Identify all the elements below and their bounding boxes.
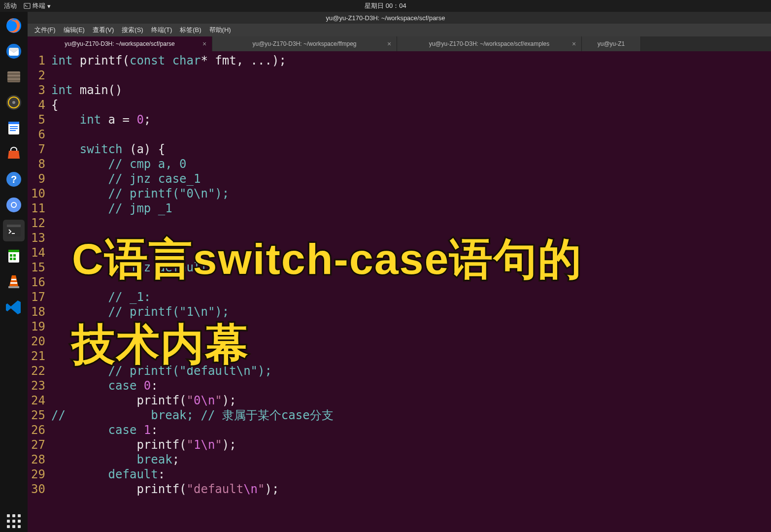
window-title: yu@yu-Z170-D3H: ~/workspace/scf/parse	[326, 14, 445, 22]
dock-software[interactable]	[3, 143, 25, 165]
code-line: 4{	[28, 98, 771, 112]
menu-search[interactable]: 搜索(S)	[118, 26, 147, 34]
dock-help[interactable]: ?	[3, 168, 25, 190]
line-number: 8	[28, 157, 51, 171]
svg-rect-5	[7, 76, 20, 78]
menu-edit[interactable]: 编辑(E)	[60, 26, 89, 34]
dock-chromium[interactable]	[3, 194, 25, 216]
code-line: 5 int a = 0;	[28, 112, 771, 127]
line-number: 2	[28, 68, 51, 83]
svg-rect-24	[10, 254, 12, 257]
firefox-icon	[5, 17, 23, 34]
menu-tabs[interactable]: 标签(B)	[176, 26, 205, 34]
terminal-tab[interactable]: yu@yu-Z170-D3H: ~/workspace/scf/examples…	[397, 36, 582, 51]
code-line: 29 default:	[28, 467, 771, 482]
code-content: int printf(const char* fmt, ...);	[51, 53, 286, 68]
terminal-tab[interactable]: yu@yu-Z170-D3H: ~/workspace/scf/parse×	[28, 36, 212, 51]
line-number: 29	[28, 467, 51, 482]
tab-bar: yu@yu-Z170-D3H: ~/workspace/scf/parse×yu…	[28, 36, 771, 51]
code-line: 23 case 0:	[28, 378, 771, 393]
svg-rect-6	[7, 80, 20, 82]
menu-terminal[interactable]: 终端(T)	[147, 26, 176, 34]
code-line: 10 // printf("0\n");	[28, 186, 771, 201]
dock-vscode[interactable]	[3, 297, 25, 318]
line-number: 18	[28, 304, 51, 319]
window-title-bar: yu@yu-Z170-D3H: ~/workspace/scf/parse	[0, 12, 771, 24]
line-number: 28	[28, 452, 51, 467]
code-content: printf("1\n");	[51, 437, 236, 452]
code-line: 30 printf("default\n");	[28, 482, 771, 497]
code-line: 2	[28, 68, 771, 83]
code-line: 13	[28, 231, 771, 245]
svg-text:?: ?	[11, 174, 17, 185]
tab-title: yu@yu-Z1	[598, 40, 625, 47]
line-number: 16	[28, 275, 51, 290]
code-line: 22 // printf("default\n");	[28, 364, 771, 378]
dock-vlc[interactable]	[3, 271, 25, 293]
tab-title: yu@yu-Z170-D3H: ~/workspace/scf/examples	[429, 40, 550, 47]
svg-rect-27	[13, 258, 16, 260]
line-number: 13	[28, 231, 51, 245]
dock-rhythmbox[interactable]	[3, 92, 25, 113]
line-number: 3	[28, 83, 51, 98]
code-line: 11 // jmp _1	[28, 201, 771, 216]
line-number: 27	[28, 437, 51, 452]
code-line: 15 // jnz default	[28, 260, 771, 275]
gnome-top-panel: 活动 终端 ▾ 星期日 00：04	[0, 0, 771, 12]
dock-thunderbird[interactable]	[3, 40, 25, 62]
menu-view[interactable]: 查看(V)	[89, 26, 118, 34]
line-number: 21	[28, 349, 51, 364]
svg-rect-12	[10, 126, 18, 127]
menu-file[interactable]: 文件(F)	[31, 26, 60, 34]
code-content: case 1:	[51, 423, 158, 437]
close-icon[interactable]: ×	[386, 40, 393, 47]
line-number: 20	[28, 334, 51, 349]
menu-help[interactable]: 帮助(H)	[205, 26, 235, 34]
menu-bar: 文件(F) 编辑(E) 查看(V) 搜索(S) 终端(T) 标签(B) 帮助(H…	[28, 24, 771, 36]
dock-calc[interactable]	[3, 245, 25, 267]
activities-button[interactable]: 活动	[4, 1, 17, 10]
svg-rect-28	[11, 279, 16, 280]
app-menu-terminal[interactable]: 终端 ▾	[24, 1, 51, 10]
svg-rect-23	[8, 250, 19, 252]
svg-rect-21	[7, 225, 21, 227]
code-content: // _1:	[51, 290, 151, 304]
code-content: // break; // 隶属于某个case分支	[51, 408, 334, 423]
code-content: printf("0\n");	[51, 393, 236, 408]
code-line: 18 // printf("1\n");	[28, 304, 771, 319]
code-line: 9 // jnz case_1	[28, 171, 771, 186]
app-menu-label: 终端	[33, 1, 45, 10]
code-line: 25// break; // 隶属于某个case分支	[28, 408, 771, 423]
chromium-icon	[5, 196, 23, 214]
code-content: // printf("default\n");	[51, 364, 272, 378]
dock-writer[interactable]	[3, 117, 25, 139]
dock-terminal[interactable]	[3, 220, 25, 241]
svg-rect-0	[24, 3, 30, 9]
code-content: default:	[51, 467, 165, 482]
dock-files[interactable]	[3, 66, 25, 88]
editor-area[interactable]: 1int printf(const char* fmt, ...);23int …	[28, 51, 771, 532]
code-line: 8 // cmp a, 0	[28, 157, 771, 171]
code-content: break;	[51, 452, 179, 467]
code-line: 27 printf("1\n");	[28, 437, 771, 452]
code-line: 20	[28, 334, 771, 349]
close-icon[interactable]: ×	[201, 40, 208, 47]
dock-firefox[interactable]	[3, 15, 25, 36]
writer-icon	[5, 119, 23, 137]
code-content: switch (a) {	[51, 142, 165, 157]
line-number: 19	[28, 319, 51, 334]
dock-apps-grid[interactable]	[3, 510, 25, 532]
vscode-icon	[5, 299, 23, 316]
svg-rect-30	[8, 286, 19, 288]
close-icon[interactable]: ×	[570, 40, 577, 47]
clock[interactable]: 星期日 00：04	[365, 1, 406, 10]
line-number: 7	[28, 142, 51, 157]
code-content: // jnz default	[51, 260, 208, 275]
code-line: 24 printf("0\n");	[28, 393, 771, 408]
line-number: 22	[28, 364, 51, 378]
dock: ?	[0, 12, 28, 532]
terminal-tab[interactable]: yu@yu-Z170-D3H: ~/workspace/ffmpeg×	[212, 36, 397, 51]
terminal-tab[interactable]: yu@yu-Z1	[582, 36, 641, 51]
calc-icon	[5, 247, 23, 265]
thunderbird-icon	[5, 42, 23, 60]
